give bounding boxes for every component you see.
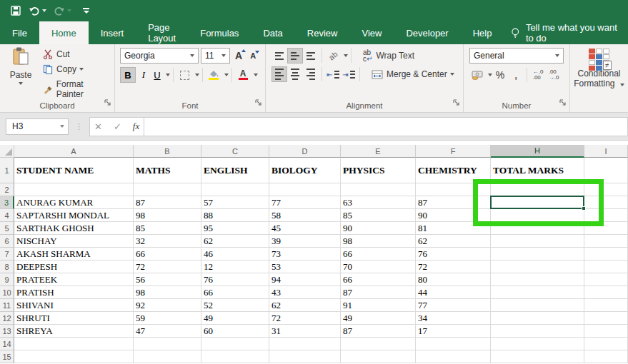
cell-C1[interactable]: ENGLISH xyxy=(201,158,269,183)
cell-E15[interactable] xyxy=(341,350,416,363)
cell-A14[interactable] xyxy=(14,338,134,350)
cell-F11[interactable]: 77 xyxy=(416,299,491,312)
formula-input[interactable] xyxy=(144,117,628,136)
cell-A1[interactable]: STUDENT NAME xyxy=(14,158,134,183)
cell-F12[interactable]: 34 xyxy=(416,312,491,325)
underline-caret[interactable] xyxy=(166,74,170,76)
customize-quick-access-toolbar-icon[interactable] xyxy=(83,8,89,14)
top-align-button[interactable] xyxy=(271,48,287,64)
cell-C9[interactable]: 76 xyxy=(201,273,269,286)
cell-H9[interactable] xyxy=(491,273,584,286)
cell-F15[interactable] xyxy=(416,350,491,363)
tab-home[interactable]: Home xyxy=(39,21,89,44)
select-all-corner[interactable] xyxy=(0,145,14,158)
cancel-icon[interactable]: ✕ xyxy=(94,121,102,132)
column-header-B[interactable]: B xyxy=(134,145,201,158)
cell-E10[interactable]: 87 xyxy=(341,286,416,299)
cell-C2[interactable] xyxy=(201,183,269,196)
increase-indent-button[interactable]: ⇥ xyxy=(341,66,357,82)
cell-D3[interactable]: 77 xyxy=(269,196,341,209)
cell-I11[interactable] xyxy=(584,299,628,312)
cell-A4[interactable]: SAPTARSHI MONDAL xyxy=(14,209,134,222)
cell-D7[interactable]: 73 xyxy=(269,248,341,261)
tab-help[interactable]: Help xyxy=(461,21,504,44)
row-header-5[interactable]: 5 xyxy=(0,222,14,235)
cell-A7[interactable]: AKASH SHARMA xyxy=(14,248,134,261)
cell-D5[interactable]: 45 xyxy=(269,222,341,235)
row-header-13[interactable]: 13 xyxy=(0,325,14,338)
redo-button[interactable] xyxy=(54,6,71,16)
row-header-14[interactable]: 14 xyxy=(0,338,14,350)
insert-function-icon[interactable]: fx xyxy=(133,121,139,132)
cell-F9[interactable]: 80 xyxy=(416,273,491,286)
conditional-formatting-button[interactable]: ≠ Conditional Formatting xyxy=(570,49,628,89)
cell-B3[interactable]: 87 xyxy=(134,196,201,209)
font-name-select[interactable]: Georgia xyxy=(120,48,199,64)
bold-button[interactable]: B xyxy=(120,67,136,83)
cell-F13[interactable]: 17 xyxy=(416,325,491,338)
row-header-1[interactable]: 1 xyxy=(0,158,14,183)
cell-B4[interactable]: 98 xyxy=(134,209,201,222)
cell-H10[interactable] xyxy=(491,286,584,299)
cell-I14[interactable] xyxy=(584,338,628,350)
tab-review[interactable]: Review xyxy=(295,21,350,44)
cell-A6[interactable]: NISCHAY xyxy=(14,235,134,248)
format-painter-button[interactable]: Format Painter xyxy=(40,78,114,101)
cell-I9[interactable] xyxy=(584,273,628,286)
column-header-H[interactable]: H xyxy=(491,145,584,158)
cell-A5[interactable]: SARTHAK GHOSH xyxy=(14,222,134,235)
merge-center-button[interactable]: Merge & Center xyxy=(369,68,457,81)
cell-B14[interactable] xyxy=(134,338,201,350)
cell-E1[interactable]: PHYSICS xyxy=(341,158,416,183)
cell-B10[interactable]: 98 xyxy=(134,286,201,299)
percent-style-button[interactable]: % xyxy=(492,67,508,83)
cell-I12[interactable] xyxy=(584,312,628,325)
cell-B15[interactable] xyxy=(134,350,201,363)
comma-style-button[interactable]: , xyxy=(508,67,524,83)
cell-D10[interactable]: 43 xyxy=(269,286,341,299)
cell-B8[interactable]: 72 xyxy=(134,261,201,273)
tab-data[interactable]: Data xyxy=(251,21,294,44)
cell-A8[interactable]: DEEPESH xyxy=(14,261,134,273)
tab-page-layout[interactable]: Page Layout xyxy=(136,21,188,44)
cell-C5[interactable]: 95 xyxy=(201,222,269,235)
tab-view[interactable]: View xyxy=(349,21,394,44)
column-header-F[interactable]: F xyxy=(416,145,491,158)
cell-A15[interactable] xyxy=(14,350,134,363)
name-box[interactable]: H3 xyxy=(6,118,69,135)
column-header-C[interactable]: C xyxy=(201,145,269,158)
cell-H14[interactable] xyxy=(491,338,584,350)
font-dialog-launcher-icon[interactable] xyxy=(255,96,262,109)
cell-A2[interactable] xyxy=(14,183,134,196)
borders-caret[interactable] xyxy=(195,74,199,76)
cell-C3[interactable]: 57 xyxy=(201,196,269,209)
cell-I10[interactable] xyxy=(584,286,628,299)
cell-H11[interactable] xyxy=(491,299,584,312)
cell-D9[interactable]: 94 xyxy=(269,273,341,286)
align-left-button[interactable] xyxy=(271,66,287,82)
tab-insert[interactable]: Insert xyxy=(89,21,136,44)
cell-B2[interactable] xyxy=(134,183,201,196)
cell-C11[interactable]: 52 xyxy=(201,299,269,312)
row-header-15[interactable]: 15 xyxy=(0,350,14,363)
cell-H7[interactable] xyxy=(491,248,584,261)
tab-file[interactable]: File xyxy=(0,21,39,44)
cell-E12[interactable]: 49 xyxy=(341,312,416,325)
tell-me-box[interactable]: Tell me what you want to do xyxy=(504,21,628,44)
cell-E6[interactable]: 98 xyxy=(341,235,416,248)
cell-C10[interactable]: 66 xyxy=(201,286,269,299)
cell-D12[interactable]: 72 xyxy=(269,312,341,325)
wrap-text-button[interactable]: abc↵ Wrap Text xyxy=(360,48,417,64)
cell-F6[interactable]: 62 xyxy=(416,235,491,248)
cell-E2[interactable] xyxy=(341,183,416,196)
cell-B6[interactable]: 32 xyxy=(134,235,201,248)
orientation-caret[interactable] xyxy=(344,54,348,57)
cell-B13[interactable]: 47 xyxy=(134,325,201,338)
save-icon[interactable] xyxy=(10,5,21,16)
cell-H13[interactable] xyxy=(491,325,584,338)
cell-E14[interactable] xyxy=(341,338,416,350)
cell-I6[interactable] xyxy=(584,235,628,248)
copy-button[interactable]: Copy xyxy=(40,63,114,76)
decrease-indent-button[interactable]: ⇤ xyxy=(325,66,341,82)
cell-E9[interactable]: 66 xyxy=(341,273,416,286)
